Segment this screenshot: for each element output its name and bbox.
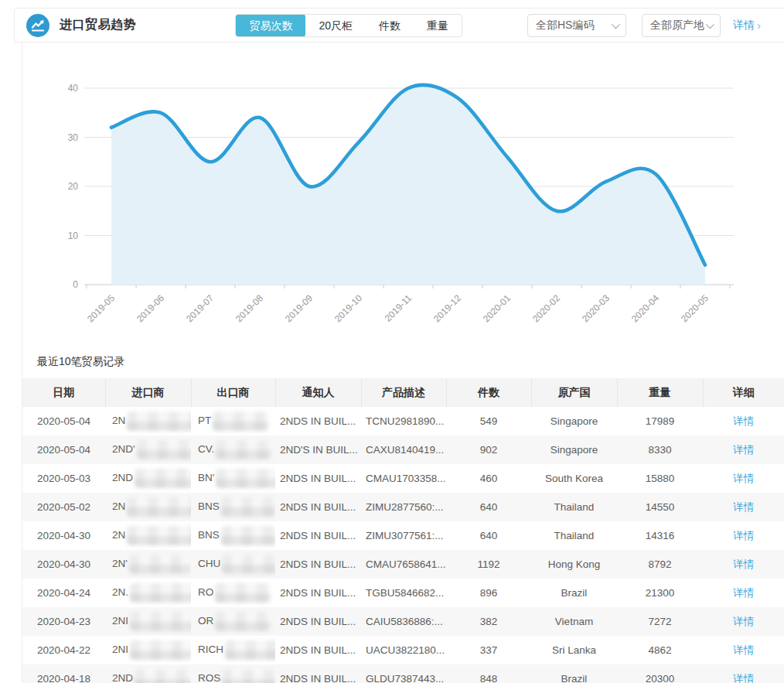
cell-date: 2020-05-04 bbox=[22, 407, 105, 435]
cell-notify: 2NDS IN BUIL... bbox=[275, 579, 361, 607]
cell-date: 2020-04-30 bbox=[22, 521, 105, 550]
row-detail-link[interactable]: 详情 bbox=[733, 530, 754, 541]
row-detail-link[interactable]: 详情 bbox=[733, 644, 754, 656]
cell-exporter: CHU bbox=[191, 550, 275, 579]
cell-qty: 382 bbox=[446, 607, 531, 636]
chevron-right-icon: › bbox=[757, 19, 761, 32]
cell-weight: 14550 bbox=[617, 493, 703, 521]
cell-origin: South Korea bbox=[531, 464, 617, 493]
widget-header: 进口贸易趋势 贸易次数 20尺柜 件数 重量 全部HS编码 全部原产地 详情 › bbox=[14, 8, 784, 43]
svg-text:2019-07: 2019-07 bbox=[184, 292, 216, 324]
import-trade-trend-page: 进口贸易趋势 贸易次数 20尺柜 件数 重量 全部HS编码 全部原产地 详情 ›… bbox=[0, 0, 784, 683]
redacted-exporter-name bbox=[216, 440, 271, 459]
cell-detail: 详情 bbox=[703, 550, 784, 579]
row-detail-link[interactable]: 详情 bbox=[733, 444, 754, 456]
redacted-exporter-name bbox=[225, 640, 275, 660]
cell-importer: 2N. bbox=[105, 579, 191, 607]
cell-date: 2020-05-03 bbox=[22, 464, 105, 493]
chevron-down-icon bbox=[706, 19, 714, 28]
cell-product: CAIU5836886:... bbox=[361, 607, 446, 636]
svg-text:2019-08: 2019-08 bbox=[233, 292, 265, 324]
origin-select-value: 全部原产地 bbox=[650, 19, 704, 32]
cell-detail: 详情 bbox=[703, 664, 784, 683]
cell-qty: 640 bbox=[446, 521, 531, 550]
cell-origin: Vietnam bbox=[531, 607, 617, 636]
svg-text:2020-05: 2020-05 bbox=[679, 292, 711, 324]
tab-20ft-container[interactable]: 20尺柜 bbox=[305, 14, 366, 37]
hs-code-select[interactable]: 全部HS编码 bbox=[527, 14, 626, 37]
cell-weight: 14316 bbox=[617, 521, 703, 550]
cell-origin: Brazil bbox=[531, 579, 617, 607]
row-detail-link[interactable]: 详情 bbox=[733, 473, 754, 484]
col-weight: 重量 bbox=[617, 378, 703, 407]
cell-date: 2020-04-22 bbox=[22, 636, 105, 664]
cell-notify: 2ND'S IN BUIL... bbox=[275, 435, 361, 464]
cell-origin: Thailand bbox=[531, 493, 617, 521]
row-detail-link[interactable]: 详情 bbox=[733, 587, 754, 599]
cell-notify: 2NDS IN BUIL... bbox=[275, 464, 361, 493]
redacted-exporter-name bbox=[215, 583, 271, 603]
redacted-importer-name bbox=[129, 555, 191, 574]
svg-text:2020-03: 2020-03 bbox=[580, 292, 612, 324]
cell-date: 2020-04-30 bbox=[22, 550, 105, 579]
col-product: 产品描述 bbox=[361, 378, 446, 407]
chevron-down-icon bbox=[612, 19, 620, 28]
cell-importer: 2NI bbox=[105, 607, 191, 636]
redacted-exporter-name bbox=[213, 412, 268, 431]
cell-exporter: ROS bbox=[191, 664, 275, 683]
redacted-importer-name bbox=[135, 669, 191, 683]
table-row: 2020-04-22 2NI RICH 2NDS IN BUIL... UACU… bbox=[22, 636, 784, 664]
cell-origin: Singapore bbox=[531, 435, 617, 464]
cell-qty: 902 bbox=[446, 435, 531, 464]
cell-qty: 549 bbox=[446, 407, 531, 435]
tab-quantity[interactable]: 件数 bbox=[366, 14, 414, 37]
cell-product: TCNU2981890... bbox=[361, 407, 446, 435]
table-row: 2020-05-03 2ND BN' 2NDS IN BUIL... CMAU1… bbox=[22, 464, 784, 493]
table-header-row: 日期 进口商 出口商 通知人 产品描述 件数 原产国 重量 详细 bbox=[22, 378, 784, 407]
cell-product: CMAU7658641... bbox=[361, 550, 446, 579]
cell-exporter: RICH bbox=[191, 636, 275, 664]
metric-tab-group: 贸易次数 20尺柜 件数 重量 bbox=[235, 14, 462, 37]
cell-qty: 1192 bbox=[446, 550, 531, 579]
col-origin: 原产国 bbox=[531, 378, 617, 407]
svg-text:2019-09: 2019-09 bbox=[283, 292, 315, 324]
svg-text:2020-04: 2020-04 bbox=[629, 292, 661, 324]
cell-product: GLDU7387443... bbox=[361, 664, 446, 683]
recent-trades-table: 日期 进口商 出口商 通知人 产品描述 件数 原产国 重量 详细 2020-05… bbox=[22, 378, 784, 683]
cell-exporter: BNS bbox=[191, 521, 275, 550]
cell-date: 2020-04-23 bbox=[22, 607, 105, 636]
redacted-exporter-name bbox=[216, 469, 275, 488]
table-row: 2020-04-30 2N' CHU 2NDS IN BUIL... CMAU7… bbox=[22, 550, 784, 579]
tab-trade-count[interactable]: 贸易次数 bbox=[236, 14, 305, 37]
svg-text:2019-05: 2019-05 bbox=[85, 292, 117, 324]
cell-importer: 2ND' bbox=[105, 435, 191, 464]
row-detail-link[interactable]: 详情 bbox=[733, 673, 754, 683]
row-detail-link[interactable]: 详情 bbox=[733, 558, 754, 570]
redacted-exporter-name bbox=[221, 497, 275, 517]
header-detail-link-label: 详情 bbox=[733, 19, 755, 32]
row-detail-link[interactable]: 详情 bbox=[733, 415, 754, 427]
cell-date: 2020-05-04 bbox=[22, 435, 105, 464]
origin-select[interactable]: 全部原产地 bbox=[642, 14, 721, 37]
cell-importer: 2ND bbox=[105, 464, 191, 493]
redacted-importer-name bbox=[127, 526, 191, 545]
svg-text:2020-02: 2020-02 bbox=[530, 292, 562, 324]
col-detail: 详细 bbox=[703, 378, 784, 407]
cell-notify: 2NDS IN BUIL... bbox=[275, 636, 361, 664]
tab-weight[interactable]: 重量 bbox=[414, 14, 462, 37]
row-detail-link[interactable]: 详情 bbox=[733, 616, 754, 627]
redacted-exporter-name bbox=[222, 555, 275, 574]
cell-origin: Thailand bbox=[531, 521, 617, 550]
table-row: 2020-05-04 2N PT 2NDS IN BUIL... TCNU298… bbox=[22, 407, 784, 435]
svg-text:2019-06: 2019-06 bbox=[135, 292, 166, 324]
cell-exporter: BN' bbox=[191, 464, 275, 493]
svg-text:2020-01: 2020-01 bbox=[481, 292, 513, 324]
row-detail-link[interactable]: 详情 bbox=[733, 501, 754, 513]
cell-weight: 15880 bbox=[617, 464, 703, 493]
cell-detail: 详情 bbox=[703, 435, 784, 464]
header-detail-link[interactable]: 详情 › bbox=[733, 19, 761, 32]
cell-product: ZIMU2877560:... bbox=[361, 493, 446, 521]
cell-notify: 2NDS IN BUIL... bbox=[275, 607, 361, 636]
cell-date: 2020-04-18 bbox=[22, 664, 105, 683]
cell-importer: 2NI bbox=[105, 636, 191, 664]
